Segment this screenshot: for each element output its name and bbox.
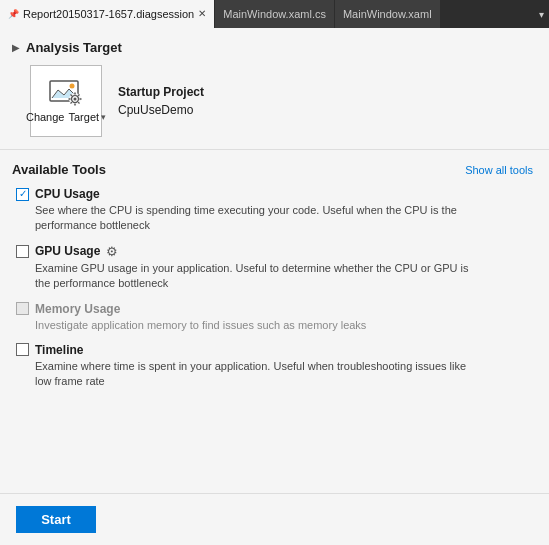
analysis-target-header: ▶ Analysis Target bbox=[12, 40, 533, 55]
cpu-usage-header: ✓ CPU Usage bbox=[16, 187, 533, 201]
analysis-target-section: ▶ Analysis Target bbox=[0, 28, 549, 150]
tool-item-gpu-usage: GPU Usage ⚙ Examine GPU usage in your ap… bbox=[12, 244, 533, 292]
tools-header: Available Tools Show all tools bbox=[12, 162, 533, 177]
change-target-icon bbox=[48, 79, 84, 107]
main-content: ▶ Analysis Target bbox=[0, 28, 549, 545]
tab-label: Report20150317-1657.diagsession bbox=[23, 8, 194, 20]
checkmark-icon: ✓ bbox=[19, 189, 27, 199]
gpu-usage-name: GPU Usage bbox=[35, 244, 100, 258]
memory-usage-checkbox bbox=[16, 302, 29, 315]
cpu-usage-description: See where the CPU is spending time execu… bbox=[16, 203, 476, 234]
memory-usage-header: Memory Usage bbox=[16, 302, 533, 316]
gpu-usage-header: GPU Usage ⚙ bbox=[16, 244, 533, 259]
start-button[interactable]: Start bbox=[16, 506, 96, 533]
tab-diagsession[interactable]: 📌 Report20150317-1657.diagsession ✕ bbox=[0, 0, 215, 28]
tool-item-cpu-usage: ✓ CPU Usage See where the CPU is spendin… bbox=[12, 187, 533, 234]
timeline-checkbox[interactable] bbox=[16, 343, 29, 356]
tab-dropdown-arrow[interactable]: ▾ bbox=[533, 0, 549, 28]
svg-point-4 bbox=[74, 98, 77, 101]
memory-usage-description: Investigate application memory to find i… bbox=[16, 318, 476, 333]
show-all-tools-link[interactable]: Show all tools bbox=[465, 164, 533, 176]
start-area: Start bbox=[0, 493, 549, 545]
timeline-name: Timeline bbox=[35, 343, 83, 357]
analysis-target-title: Analysis Target bbox=[26, 40, 122, 55]
tab-bar: 📌 Report20150317-1657.diagsession ✕ Main… bbox=[0, 0, 549, 28]
available-tools-section: Available Tools Show all tools ✓ CPU Usa… bbox=[0, 150, 549, 493]
tab-label: MainWindow.xaml.cs bbox=[223, 8, 326, 20]
tab-label: MainWindow.xaml bbox=[343, 8, 432, 20]
tab-mainwindow-cs[interactable]: MainWindow.xaml.cs bbox=[215, 0, 335, 28]
svg-point-1 bbox=[70, 84, 75, 89]
cpu-usage-name: CPU Usage bbox=[35, 187, 100, 201]
tool-item-timeline: Timeline Examine where time is spent in … bbox=[12, 343, 533, 390]
gpu-usage-checkbox[interactable] bbox=[16, 245, 29, 258]
startup-project-label: Startup Project bbox=[118, 85, 204, 99]
cpu-usage-checkbox[interactable]: ✓ bbox=[16, 188, 29, 201]
dropdown-arrow-icon: ▾ bbox=[101, 112, 106, 122]
change-target-button[interactable]: Change Target ▾ bbox=[30, 65, 102, 137]
tool-item-memory-usage: Memory Usage Investigate application mem… bbox=[12, 302, 533, 333]
change-target-label: Change Target ▾ bbox=[26, 111, 106, 123]
analysis-body: Change Target ▾ Startup Project CpuUseDe… bbox=[12, 65, 533, 137]
available-tools-title: Available Tools bbox=[12, 162, 106, 177]
timeline-header: Timeline bbox=[16, 343, 533, 357]
gpu-usage-description: Examine GPU usage in your application. U… bbox=[16, 261, 476, 292]
tab-mainwindow-xaml[interactable]: MainWindow.xaml bbox=[335, 0, 441, 28]
memory-usage-name: Memory Usage bbox=[35, 302, 120, 316]
collapse-arrow-icon[interactable]: ▶ bbox=[12, 42, 20, 53]
close-icon[interactable]: ✕ bbox=[198, 9, 206, 19]
startup-project-value: CpuUseDemo bbox=[118, 103, 204, 117]
startup-info: Startup Project CpuUseDemo bbox=[118, 85, 204, 117]
timeline-description: Examine where time is spent in your appl… bbox=[16, 359, 476, 390]
pin-icon: 📌 bbox=[8, 9, 19, 19]
gear-icon[interactable]: ⚙ bbox=[106, 244, 118, 259]
